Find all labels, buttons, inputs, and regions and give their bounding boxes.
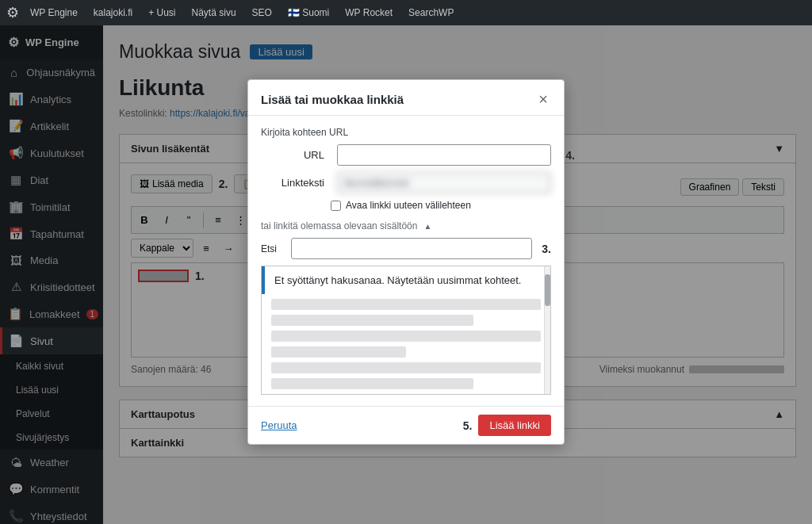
linkteksti-value: blurredblurred (337, 172, 551, 193)
search-input[interactable] (291, 238, 532, 259)
admin-bar-seo[interactable]: SEO (247, 7, 277, 18)
linkteksti-row: Linkteksti blurredblurred (261, 172, 551, 193)
admin-bar-view-site[interactable]: Näytä sivu (187, 7, 241, 18)
modal-close-button[interactable]: × (535, 91, 551, 107)
modal-title: Lisää tai muokkaa linkkiä (261, 93, 404, 106)
modal-overlay: Lisää tai muokkaa linkkiä × Kirjoita koh… (0, 0, 812, 524)
search-label: Etsi (261, 243, 285, 254)
result-item[interactable] (271, 362, 541, 373)
search-scrollbar[interactable] (544, 266, 550, 394)
result-item[interactable] (271, 315, 473, 326)
modal-footer: Peruuta 5. Lisää linkki (248, 406, 564, 444)
step5-label: 5. (463, 419, 473, 432)
modal-body: Kirjoita kohteen URL URL 4. Linkteksti b… (248, 116, 564, 406)
add-link-button[interactable]: Lisää linkki (478, 415, 551, 436)
admin-bar-wp-rocket[interactable]: WP Rocket (340, 7, 397, 18)
result-item[interactable] (271, 299, 541, 310)
cancel-button[interactable]: Peruuta (261, 419, 297, 431)
search-results: Et syöttänyt hakusanaa. Näytetään uusimm… (261, 266, 551, 395)
admin-bar-suomi[interactable]: 🇫🇮 Suomi (283, 7, 334, 18)
scrollbar-thumb (545, 274, 550, 306)
url-input[interactable] (337, 144, 551, 166)
search-result-items (262, 294, 550, 394)
open-new-tab-row: Avaa linkki uuteen välilehteen (261, 200, 551, 211)
url-placeholder-label: Kirjoita kohteen URL (261, 127, 551, 138)
step4-label: 4. (565, 149, 575, 162)
url-row: URL 4. (261, 144, 551, 166)
admin-bar-wp-engine[interactable]: WP Engine (25, 7, 82, 18)
open-new-tab-checkbox[interactable] (331, 201, 341, 211)
open-new-tab-label: Avaa linkki uuteen välilehteen (346, 200, 471, 211)
result-item[interactable] (271, 331, 541, 342)
search-row: Etsi 3. (261, 238, 551, 259)
result-item[interactable] (271, 378, 473, 389)
admin-bar-new[interactable]: + Uusi (144, 7, 180, 18)
admin-bar: ⚙ WP Engine kalajoki.fi + Uusi Näytä siv… (0, 0, 812, 25)
admin-bar-searchwp[interactable]: SearchWP (404, 7, 458, 18)
admin-bar-site-name[interactable]: kalajoki.fi (89, 7, 137, 18)
linkteksti-label: Linkteksti (261, 177, 324, 189)
or-link-divider: tai linkitä olemassa olevaan sisältöön (261, 220, 551, 231)
or-link-label: tai linkitä olemassa olevaan sisältöön (261, 220, 417, 231)
step3-label: 3. (542, 243, 551, 255)
url-label: URL (261, 149, 324, 161)
modal-header: Lisää tai muokkaa linkkiä × (248, 80, 564, 116)
result-item[interactable] (271, 346, 406, 358)
search-hint: Et syöttänyt hakusanaa. Näytetään uusimm… (262, 266, 550, 294)
wp-logo-icon: ⚙ (6, 4, 19, 21)
link-modal: Lisää tai muokkaa linkkiä × Kirjoita koh… (247, 79, 565, 445)
